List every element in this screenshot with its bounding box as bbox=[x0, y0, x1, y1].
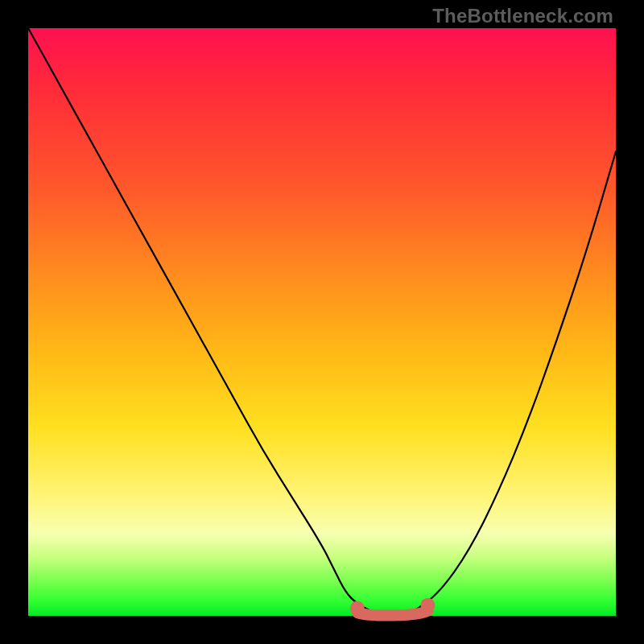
chart-frame: TheBottleneck.com bbox=[0, 0, 644, 644]
watermark-text: TheBottleneck.com bbox=[432, 5, 613, 27]
optimal-flat-region bbox=[357, 611, 428, 616]
bottleneck-curve bbox=[28, 28, 616, 616]
optimal-marker-left bbox=[350, 601, 365, 615]
optimal-marker-right bbox=[420, 598, 435, 613]
bottleneck-curve-svg bbox=[28, 28, 616, 616]
